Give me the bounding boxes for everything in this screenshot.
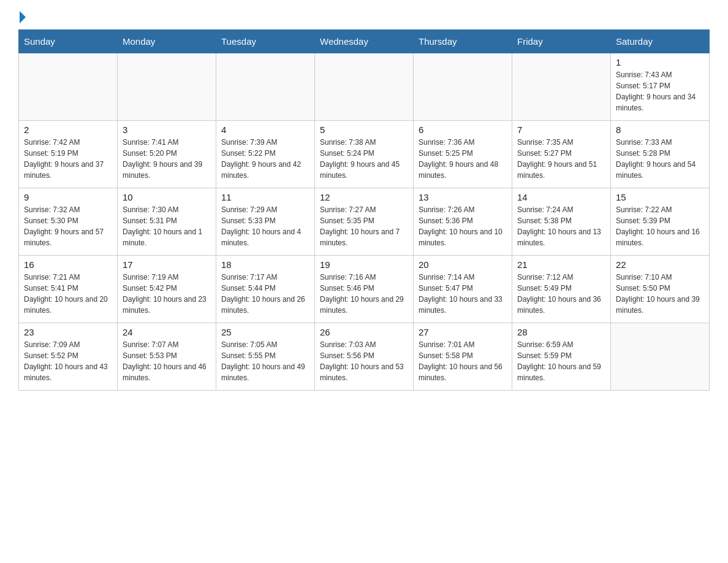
day-number: 1 — [616, 57, 704, 67]
day-number: 11 — [221, 192, 309, 202]
day-number: 7 — [517, 124, 605, 135]
day-number: 13 — [419, 192, 507, 202]
calendar-week-4: 16Sunrise: 7:21 AM Sunset: 5:41 PM Dayli… — [19, 256, 710, 323]
day-info: Sunrise: 7:26 AM Sunset: 5:36 PM Dayligh… — [419, 204, 507, 248]
day-info: Sunrise: 7:03 AM Sunset: 5:56 PM Dayligh… — [320, 339, 408, 383]
day-number: 24 — [123, 327, 211, 337]
calendar-cell: 28Sunrise: 6:59 AM Sunset: 5:59 PM Dayli… — [512, 323, 611, 391]
calendar-cell: 25Sunrise: 7:05 AM Sunset: 5:55 PM Dayli… — [216, 323, 315, 391]
day-info: Sunrise: 7:32 AM Sunset: 5:30 PM Dayligh… — [24, 204, 112, 248]
calendar-header-thursday: Thursday — [414, 30, 512, 53]
day-info: Sunrise: 7:09 AM Sunset: 5:52 PM Dayligh… — [24, 339, 112, 383]
calendar-cell: 18Sunrise: 7:17 AM Sunset: 5:44 PM Dayli… — [216, 256, 315, 323]
day-number: 19 — [320, 259, 408, 270]
page-header — [18, 12, 710, 23]
calendar-cell — [19, 53, 118, 121]
calendar-cell — [118, 53, 216, 121]
day-number: 9 — [24, 192, 112, 202]
calendar-cell: 9Sunrise: 7:32 AM Sunset: 5:30 PM Daylig… — [19, 188, 118, 256]
day-info: Sunrise: 7:29 AM Sunset: 5:33 PM Dayligh… — [221, 204, 309, 248]
day-info: Sunrise: 7:27 AM Sunset: 5:35 PM Dayligh… — [320, 204, 408, 248]
day-number: 10 — [123, 192, 211, 202]
logo — [18, 12, 26, 23]
calendar-header-sunday: Sunday — [19, 30, 118, 53]
calendar-cell: 19Sunrise: 7:16 AM Sunset: 5:46 PM Dayli… — [315, 256, 414, 323]
calendar-header-saturday: Saturday — [611, 30, 710, 53]
calendar-header-row: SundayMondayTuesdayWednesdayThursdayFrid… — [19, 30, 710, 53]
calendar-week-1: 1Sunrise: 7:43 AM Sunset: 5:17 PM Daylig… — [19, 53, 710, 121]
day-number: 12 — [320, 192, 408, 202]
calendar-cell: 17Sunrise: 7:19 AM Sunset: 5:42 PM Dayli… — [118, 256, 216, 323]
calendar-cell — [512, 53, 611, 121]
calendar-cell: 1Sunrise: 7:43 AM Sunset: 5:17 PM Daylig… — [611, 53, 710, 121]
day-number: 22 — [616, 259, 704, 270]
day-number: 17 — [123, 259, 211, 270]
calendar-cell — [315, 53, 414, 121]
day-info: Sunrise: 7:36 AM Sunset: 5:25 PM Dayligh… — [419, 137, 507, 181]
day-number: 27 — [419, 327, 507, 337]
calendar-week-2: 2Sunrise: 7:42 AM Sunset: 5:19 PM Daylig… — [19, 121, 710, 188]
day-number: 18 — [221, 259, 309, 270]
day-info: Sunrise: 7:33 AM Sunset: 5:28 PM Dayligh… — [616, 137, 704, 181]
calendar-table: SundayMondayTuesdayWednesdayThursdayFrid… — [18, 29, 710, 391]
calendar-cell: 12Sunrise: 7:27 AM Sunset: 5:35 PM Dayli… — [315, 188, 414, 256]
calendar-cell: 20Sunrise: 7:14 AM Sunset: 5:47 PM Dayli… — [414, 256, 512, 323]
day-number: 3 — [123, 124, 211, 135]
calendar-cell: 21Sunrise: 7:12 AM Sunset: 5:49 PM Dayli… — [512, 256, 611, 323]
day-info: Sunrise: 7:17 AM Sunset: 5:44 PM Dayligh… — [221, 272, 309, 316]
day-number: 21 — [517, 259, 605, 270]
day-info: Sunrise: 7:35 AM Sunset: 5:27 PM Dayligh… — [517, 137, 605, 181]
calendar-header-monday: Monday — [118, 30, 216, 53]
calendar-cell: 22Sunrise: 7:10 AM Sunset: 5:50 PM Dayli… — [611, 256, 710, 323]
calendar-cell: 2Sunrise: 7:42 AM Sunset: 5:19 PM Daylig… — [19, 121, 118, 188]
calendar-cell: 26Sunrise: 7:03 AM Sunset: 5:56 PM Dayli… — [315, 323, 414, 391]
calendar-cell: 27Sunrise: 7:01 AM Sunset: 5:58 PM Dayli… — [414, 323, 512, 391]
day-number: 14 — [517, 192, 605, 202]
day-info: Sunrise: 7:07 AM Sunset: 5:53 PM Dayligh… — [123, 339, 211, 383]
day-info: Sunrise: 7:41 AM Sunset: 5:20 PM Dayligh… — [123, 137, 211, 181]
day-info: Sunrise: 7:39 AM Sunset: 5:22 PM Dayligh… — [221, 137, 309, 181]
calendar-header-tuesday: Tuesday — [216, 30, 315, 53]
day-info: Sunrise: 7:01 AM Sunset: 5:58 PM Dayligh… — [419, 339, 507, 383]
day-number: 23 — [24, 327, 112, 337]
day-number: 6 — [419, 124, 507, 135]
day-info: Sunrise: 7:21 AM Sunset: 5:41 PM Dayligh… — [24, 272, 112, 316]
calendar-cell: 13Sunrise: 7:26 AM Sunset: 5:36 PM Dayli… — [414, 188, 512, 256]
calendar-cell: 24Sunrise: 7:07 AM Sunset: 5:53 PM Dayli… — [118, 323, 216, 391]
day-info: Sunrise: 7:24 AM Sunset: 5:38 PM Dayligh… — [517, 204, 605, 248]
calendar-cell: 3Sunrise: 7:41 AM Sunset: 5:20 PM Daylig… — [118, 121, 216, 188]
day-number: 8 — [616, 124, 704, 135]
day-info: Sunrise: 7:12 AM Sunset: 5:49 PM Dayligh… — [517, 272, 605, 316]
calendar-cell — [216, 53, 315, 121]
day-info: Sunrise: 7:05 AM Sunset: 5:55 PM Dayligh… — [221, 339, 309, 383]
calendar-cell — [611, 323, 710, 391]
day-info: Sunrise: 6:59 AM Sunset: 5:59 PM Dayligh… — [517, 339, 605, 383]
day-info: Sunrise: 7:22 AM Sunset: 5:39 PM Dayligh… — [616, 204, 704, 248]
calendar-cell: 11Sunrise: 7:29 AM Sunset: 5:33 PM Dayli… — [216, 188, 315, 256]
day-number: 20 — [419, 259, 507, 270]
day-info: Sunrise: 7:42 AM Sunset: 5:19 PM Dayligh… — [24, 137, 112, 181]
calendar-cell: 8Sunrise: 7:33 AM Sunset: 5:28 PM Daylig… — [611, 121, 710, 188]
calendar-week-5: 23Sunrise: 7:09 AM Sunset: 5:52 PM Dayli… — [19, 323, 710, 391]
calendar-cell: 16Sunrise: 7:21 AM Sunset: 5:41 PM Dayli… — [19, 256, 118, 323]
calendar-header-friday: Friday — [512, 30, 611, 53]
calendar-cell: 10Sunrise: 7:30 AM Sunset: 5:31 PM Dayli… — [118, 188, 216, 256]
calendar-header-wednesday: Wednesday — [315, 30, 414, 53]
day-info: Sunrise: 7:38 AM Sunset: 5:24 PM Dayligh… — [320, 137, 408, 181]
day-number: 28 — [517, 327, 605, 337]
day-number: 16 — [24, 259, 112, 270]
calendar-cell: 23Sunrise: 7:09 AM Sunset: 5:52 PM Dayli… — [19, 323, 118, 391]
day-number: 25 — [221, 327, 309, 337]
day-info: Sunrise: 7:30 AM Sunset: 5:31 PM Dayligh… — [123, 204, 211, 248]
calendar-week-3: 9Sunrise: 7:32 AM Sunset: 5:30 PM Daylig… — [19, 188, 710, 256]
day-number: 5 — [320, 124, 408, 135]
calendar-cell: 4Sunrise: 7:39 AM Sunset: 5:22 PM Daylig… — [216, 121, 315, 188]
day-info: Sunrise: 7:14 AM Sunset: 5:47 PM Dayligh… — [419, 272, 507, 316]
day-number: 4 — [221, 124, 309, 135]
calendar-cell: 14Sunrise: 7:24 AM Sunset: 5:38 PM Dayli… — [512, 188, 611, 256]
day-info: Sunrise: 7:43 AM Sunset: 5:17 PM Dayligh… — [616, 69, 704, 113]
logo-arrow-icon — [20, 11, 26, 23]
day-number: 15 — [616, 192, 704, 202]
calendar-cell — [414, 53, 512, 121]
calendar-cell: 15Sunrise: 7:22 AM Sunset: 5:39 PM Dayli… — [611, 188, 710, 256]
